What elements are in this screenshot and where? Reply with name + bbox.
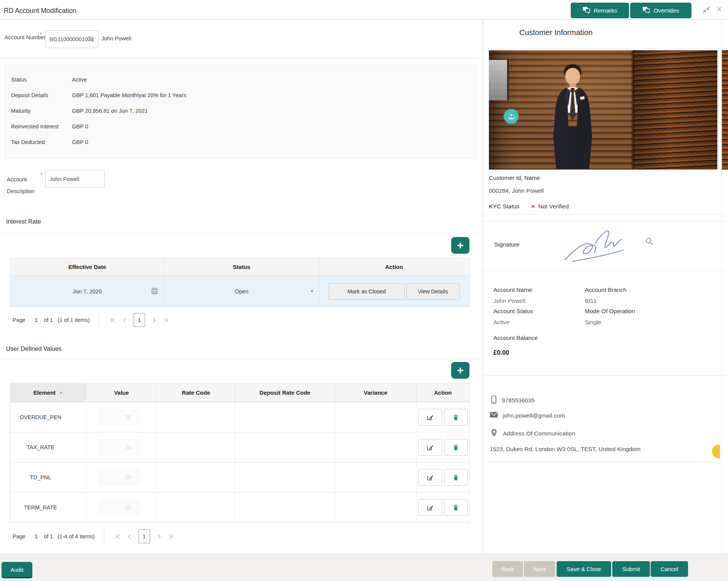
action-cell — [417, 402, 469, 432]
search-icon[interactable] — [87, 36, 94, 44]
delete-button[interactable] — [444, 439, 468, 456]
divider — [722, 48, 728, 48]
summary-row: Status Active — [11, 77, 477, 83]
phone-number: 9785536035 — [502, 397, 535, 404]
cancel-button[interactable]: Cancel — [651, 561, 688, 577]
summary-label: Deposit Details — [11, 92, 72, 98]
interest-rate-row: Jun 7, 2020 Open ▾ — [10, 276, 469, 307]
udv-row: TAX_RATE 20 — [10, 432, 469, 462]
column-header-effective-date: Effective Date — [10, 258, 164, 275]
calendar-icon[interactable] — [150, 287, 159, 296]
page-title: RD Account Modification — [4, 7, 77, 15]
value-input-disabled[interactable]: 20 — [98, 499, 141, 516]
first-page-icon[interactable] — [110, 317, 116, 323]
first-page-icon[interactable] — [115, 534, 121, 539]
status-select[interactable]: Open ▾ — [164, 276, 319, 307]
remarks-button[interactable]: Remarks — [571, 3, 629, 18]
last-page-icon[interactable] — [163, 317, 169, 323]
element-cell: TERM_RATE — [10, 493, 86, 522]
previous-page-icon[interactable] — [127, 534, 133, 539]
sliver-photo-edge — [722, 50, 728, 170]
add-interest-rate-button[interactable]: + — [451, 237, 469, 254]
divider — [484, 375, 720, 376]
divider — [99, 313, 99, 327]
rate-code-cell — [157, 463, 235, 492]
overrides-button[interactable]: Overrides — [630, 3, 691, 18]
effective-date-cell[interactable]: Jun 7, 2020 — [10, 276, 164, 307]
address-value: 1523, Dukes Rd, London W3 0SL, TEST, Uni… — [490, 446, 640, 453]
kyc-cross-icon: ✕ — [531, 203, 535, 210]
next-page-icon[interactable] — [156, 534, 162, 539]
delete-button[interactable] — [444, 469, 468, 486]
customer-id-name-label: Customer Id, Name — [489, 174, 540, 181]
column-header-element[interactable]: Element ▲ — [10, 383, 86, 402]
next-page-icon[interactable] — [151, 317, 157, 323]
customer-id-name-value: 000284, John Powell — [489, 187, 544, 194]
summary-label: Maturity — [11, 108, 72, 114]
column-header-action: Action — [319, 258, 469, 275]
items-count-label: (1-4 of 4 items) — [57, 533, 95, 539]
next-button[interactable]: Next — [524, 561, 555, 577]
divider — [722, 270, 728, 271]
page-number-input[interactable]: 1 — [35, 317, 38, 323]
udv-table-header: Element ▲ Value Rate Code Deposit Rate C… — [10, 383, 469, 402]
element-header-label: Element — [34, 389, 56, 396]
add-udv-button[interactable]: + — [451, 362, 469, 379]
back-button[interactable]: Back — [492, 561, 523, 577]
page-number-input[interactable]: 1 — [35, 533, 38, 539]
interest-rate-table-header: Effective Date Status Action — [10, 258, 469, 276]
address-label-row: Address Of Communication — [491, 429, 575, 439]
signature-zoom-icon[interactable] — [645, 237, 654, 247]
edit-button[interactable] — [418, 469, 442, 486]
save-and-close-button[interactable]: Save & Close — [557, 561, 611, 577]
udv-row: TERM_RATE 20 — [10, 492, 469, 522]
required-asterisk: * — [40, 171, 42, 178]
chat-bubble-icon — [642, 6, 650, 15]
deposit-rate-code-cell — [235, 493, 335, 522]
summary-label: Status — [11, 77, 72, 83]
value-cell: 20 — [86, 463, 157, 492]
audit-button[interactable]: Audit — [2, 562, 32, 577]
previous-page-icon[interactable] — [122, 317, 128, 323]
view-details-button[interactable]: View Details — [406, 283, 460, 300]
mark-as-closed-button[interactable]: Mark as Closed — [329, 283, 405, 300]
account-balance-value: £0.00 — [493, 349, 509, 356]
customer-photo — [489, 50, 717, 170]
udv-title: User Defined Values — [6, 346, 62, 352]
divider — [0, 58, 482, 58]
summary-row: Tax Deducted GBP 0 — [11, 139, 477, 145]
summary-value: Active — [72, 77, 87, 83]
deposit-rate-code-cell — [235, 463, 335, 492]
edit-button[interactable] — [418, 409, 442, 426]
sort-ascending-icon: ▲ — [59, 391, 63, 394]
page-label: Page — [13, 317, 26, 323]
account-description-input[interactable]: John Powell — [45, 170, 105, 188]
udv-table: Element ▲ Value Rate Code Deposit Rate C… — [10, 383, 469, 523]
current-page-box[interactable]: 1 — [139, 530, 150, 543]
submit-button[interactable]: Submit — [612, 561, 650, 577]
last-page-icon[interactable] — [168, 534, 174, 539]
delete-button[interactable] — [444, 409, 468, 426]
edit-button[interactable] — [418, 499, 442, 516]
delete-button[interactable] — [444, 499, 468, 516]
current-page-box[interactable]: 1 — [134, 313, 145, 327]
chat-fab-button[interactable] — [712, 445, 720, 458]
account-details-grid: Account Name John Powell Account Branch … — [493, 286, 707, 329]
divider — [484, 214, 720, 214]
collapse-window-icon[interactable] — [702, 6, 711, 15]
customer-360-badge[interactable] — [504, 109, 518, 123]
address-row: 1523, Dukes Rd, London W3 0SL, TEST, Uni… — [490, 446, 640, 453]
action-bar: Audit Back Next Save & Close Submit Canc… — [0, 554, 728, 581]
edit-button[interactable] — [418, 439, 442, 456]
close-icon[interactable]: ✕ — [716, 5, 722, 14]
action-cell — [417, 463, 469, 492]
value-input-disabled[interactable]: 20 — [98, 469, 141, 486]
customer-information-panel: Customer Information — [483, 20, 720, 554]
detail-label: Account Name — [493, 286, 585, 293]
value-input-disabled[interactable]: 20 — [98, 439, 141, 456]
email-address: john.powell@gmail.com — [503, 412, 565, 419]
kyc-status-label: KYC Status — [489, 203, 519, 210]
value-input-disabled[interactable]: 25 — [98, 409, 141, 426]
overrides-label: Overrides — [653, 7, 679, 14]
detail-value: Single — [585, 319, 707, 326]
